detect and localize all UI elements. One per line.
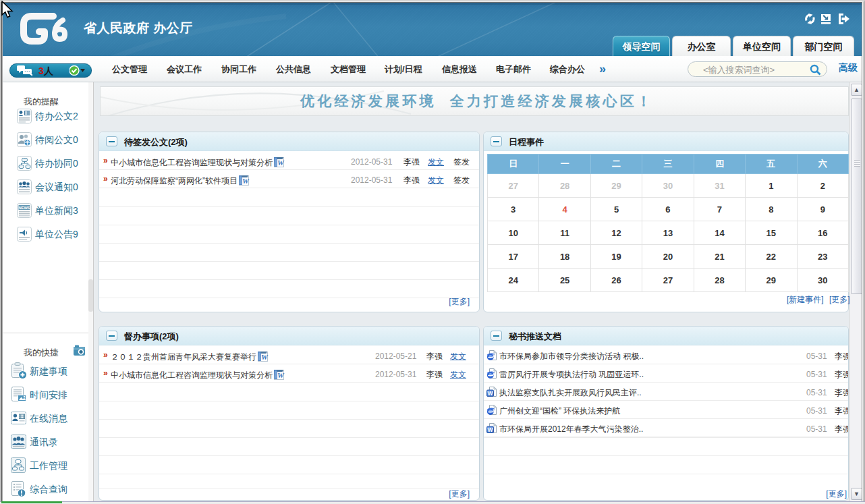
svg-text:W: W xyxy=(487,426,493,433)
svg-text:W: W xyxy=(261,353,269,361)
svg-text:W: W xyxy=(277,159,285,167)
svg-text:W: W xyxy=(242,177,250,185)
svg-text:W: W xyxy=(277,371,285,379)
svg-text:NEWS: NEWS xyxy=(19,206,30,210)
svg-text:W: W xyxy=(487,390,493,397)
